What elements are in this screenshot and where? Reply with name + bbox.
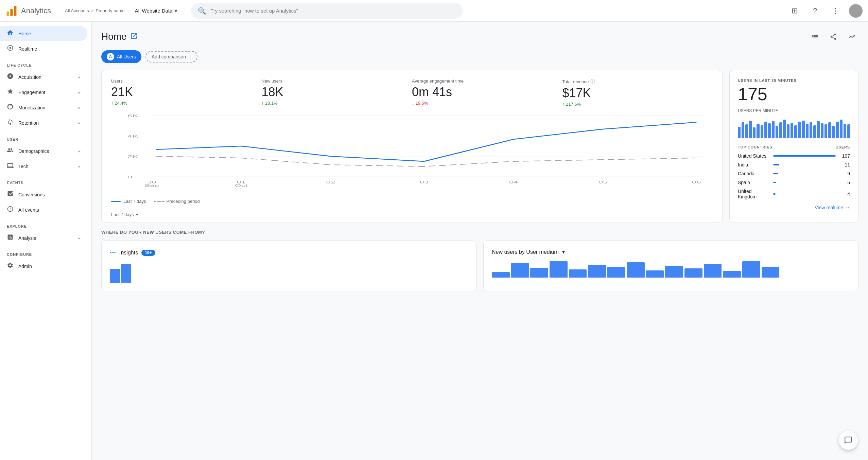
new-users-header[interactable]: New users by User medium ▾ — [492, 249, 850, 255]
chevron-down-icon-2: ▾ — [136, 212, 138, 217]
search-input[interactable] — [210, 8, 456, 14]
sidebar-item-admin[interactable]: Admin — [0, 259, 87, 274]
realtime-bar — [761, 125, 763, 138]
realtime-bar — [794, 125, 797, 138]
time-selector-label: Last 7 days — [111, 212, 134, 217]
new-users-bar — [742, 261, 760, 278]
monetization-icon — [7, 103, 14, 112]
metric-users-value: 21K — [111, 85, 255, 99]
add-comparison-button[interactable]: Add comparison + — [145, 51, 197, 63]
realtime-bar — [742, 122, 744, 138]
grid-icon-button[interactable]: ⊞ — [788, 4, 801, 18]
new-users-bar — [665, 266, 683, 278]
svg-text:02: 02 — [326, 180, 335, 184]
down-arrow-icon: ↓ — [412, 101, 414, 106]
svg-point-4 — [10, 47, 11, 49]
all-users-chip[interactable]: A All Users — [101, 50, 141, 63]
sidebar-item-home[interactable]: Home — [0, 26, 87, 41]
chart-legend: Last 7 days Preceding period — [102, 195, 722, 209]
metric-revenue-change: ↑ 117.6% — [562, 102, 706, 107]
country-row: Spain 5 — [738, 180, 850, 185]
realtime-bar — [806, 124, 809, 138]
sidebar-section-explore: EXPLORE — [0, 219, 91, 230]
search-icon: 🔍 — [198, 7, 206, 15]
view-realtime-link[interactable]: View realtime → — [738, 205, 850, 210]
svg-text:4K: 4K — [127, 134, 139, 138]
logo: Analytics — [5, 5, 51, 17]
sidebar-label-demographics: Demographics — [18, 148, 49, 154]
realtime-bar — [847, 124, 850, 138]
realtime-label: USERS IN LAST 30 MINUTES — [738, 78, 850, 83]
where-users-come-from-header: WHERE DO YOUR NEW USERS COME FROM? — [101, 230, 858, 235]
customize-button[interactable] — [808, 30, 822, 43]
svg-rect-0 — [7, 11, 9, 16]
realtime-count: 175 — [738, 85, 850, 103]
country-row: United Kingdom 4 — [738, 189, 850, 199]
svg-text:Sep: Sep — [144, 184, 159, 187]
stats-card: Users 21K ↑ 24.4% New users 18K ↑ 28.1% — [101, 70, 723, 223]
legend-last7-label: Last 7 days — [123, 199, 146, 204]
new-users-thumb-chart — [492, 261, 850, 278]
engagement-icon — [7, 88, 14, 96]
metric-revenue-label: Total revenue ⓘ — [562, 78, 706, 85]
help-icon-button[interactable]: ? — [808, 4, 822, 18]
share-button[interactable] — [827, 30, 840, 43]
new-users-bar — [511, 263, 529, 278]
new-users-bar — [627, 262, 645, 278]
page-header: Home — [101, 30, 858, 43]
sidebar-item-engagement[interactable]: Engagement ▸ — [0, 85, 87, 100]
sidebar-item-realtime[interactable]: Realtime — [0, 41, 87, 56]
country-name: Spain — [738, 180, 769, 185]
country-count: 4 — [840, 191, 850, 197]
metric-new-users-value: 18K — [262, 85, 405, 99]
sidebar-item-retention[interactable]: Retention ▸ — [0, 115, 87, 130]
metric-revenue: Total revenue ⓘ $17K ↑ 117.6% — [562, 78, 713, 107]
property-selector[interactable]: All Website Data ▾ — [135, 7, 178, 15]
time-selector-button[interactable]: Last 7 days ▾ — [111, 212, 138, 217]
sidebar-item-acquisition[interactable]: Acquisition ▸ — [0, 69, 87, 85]
sidebar-section-configure: CONFIGURE — [0, 248, 91, 259]
country-rows: United States 107 India 11 Canada 9 Spai… — [738, 153, 850, 199]
sidebar-label-monetization: Monetization — [18, 105, 45, 110]
sidebar-item-tech[interactable]: Tech ▸ — [0, 159, 87, 174]
more-options-icon-button[interactable]: ⋮ — [829, 4, 842, 18]
sidebar-section-user: USER — [0, 132, 91, 143]
users-column-label: USERS — [836, 145, 850, 149]
realtime-bar — [840, 120, 843, 138]
realtime-card: USERS IN LAST 30 MINUTES 175 USERS PER M… — [729, 70, 858, 223]
sidebar-item-all-events[interactable]: All events — [0, 202, 87, 217]
realtime-bar — [757, 124, 759, 138]
metric-revenue-change-value: 117.6% — [566, 102, 581, 107]
search-bar[interactable]: 🔍 — [191, 3, 463, 19]
logo-text: Analytics — [21, 6, 51, 15]
country-count: 9 — [840, 171, 850, 176]
new-users-bar — [530, 268, 548, 278]
country-row: United States 107 — [738, 153, 850, 159]
comparison-bar: A All Users Add comparison + — [101, 50, 858, 63]
user-avatar[interactable] — [849, 4, 863, 18]
realtime-bar — [745, 124, 748, 138]
svg-text:2K: 2K — [127, 155, 139, 159]
country-bar-wrap — [773, 193, 836, 195]
sidebar-item-analysis[interactable]: Analysis ▸ — [0, 230, 87, 246]
demographics-icon — [7, 147, 14, 155]
sidebar-section-events: EVENTS — [0, 176, 91, 187]
sidebar-item-conversions[interactable]: Conversions — [0, 187, 87, 202]
sidebar-item-monetization[interactable]: Monetization ▸ — [0, 100, 87, 115]
sidebar-item-demographics[interactable]: Demographics ▸ — [0, 143, 87, 159]
sidebar: Home Realtime LIFE CYCLE Acquisition ▸ E… — [0, 22, 92, 460]
chevron-right-icon-7: ▸ — [79, 236, 81, 241]
breadcrumb-property[interactable]: Property name — [96, 8, 124, 13]
all-users-label: All Users — [117, 54, 136, 59]
country-count: 11 — [840, 162, 850, 167]
new-users-bar — [492, 272, 510, 278]
conversions-icon — [7, 190, 14, 199]
all-events-icon — [7, 206, 14, 214]
insights-button[interactable] — [845, 30, 858, 43]
breadcrumb-all-accounts[interactable]: All Accounts — [65, 8, 89, 13]
chat-fab-button[interactable] — [839, 431, 858, 450]
insights-label: Insights — [119, 250, 138, 256]
realtime-bar — [798, 122, 801, 138]
realtime-bar — [836, 122, 838, 138]
insights-bar-1 — [110, 269, 120, 283]
